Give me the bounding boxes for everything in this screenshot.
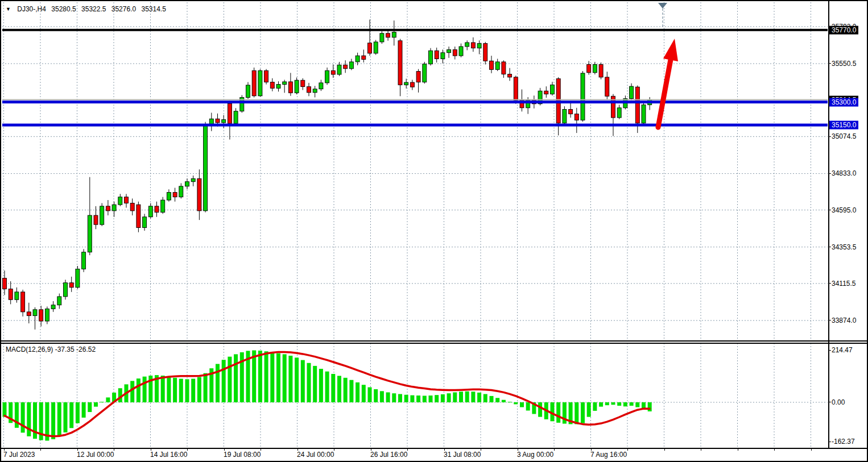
macd-bar [21, 402, 25, 432]
price-axis-separator [828, 1, 829, 448]
candle-body [64, 283, 68, 297]
macd-bar [100, 402, 104, 402]
macd-bar [295, 357, 299, 402]
macd-bar [57, 402, 61, 436]
candle-body [307, 87, 311, 93]
candle-body [112, 205, 116, 211]
candle-body [264, 70, 268, 82]
candle-body [362, 56, 366, 59]
candle-body [204, 125, 208, 211]
macd-bar [447, 393, 451, 402]
candle-body [45, 309, 49, 321]
price-axis-label: 34115.5 [832, 280, 856, 288]
level-lines[interactable] [2, 30, 828, 125]
macd-bar [435, 395, 439, 402]
macd-bar [423, 396, 427, 402]
candle-body [386, 34, 390, 38]
candle-body [605, 77, 609, 96]
macd-bar [283, 354, 287, 402]
candle-body [216, 119, 220, 123]
candle-body [197, 178, 201, 211]
macd-bar [459, 392, 463, 402]
candle-body [185, 182, 189, 186]
macd-bar [617, 402, 621, 406]
time-axis-label: 24 Jul 00:00 [297, 451, 334, 459]
ohlc-close: 35314.5 [142, 5, 166, 13]
candle-body [380, 34, 384, 42]
macd-bar [483, 394, 487, 402]
macd-bar [82, 402, 86, 418]
candle-body [161, 200, 165, 213]
candle-body [495, 62, 499, 69]
macd-bar [301, 360, 305, 402]
macd-bar [392, 393, 396, 402]
candle-body [319, 83, 323, 89]
candle-body [441, 53, 445, 59]
candle-body [337, 65, 341, 74]
candle-body [173, 193, 177, 197]
macd-bar [222, 360, 226, 402]
candle-body [88, 215, 92, 252]
shift-marker-icon [658, 3, 667, 9]
macd-bar [623, 402, 627, 406]
macd-bar [64, 402, 68, 432]
macd-bar [410, 396, 414, 402]
chart-shift-marker[interactable] [658, 3, 667, 27]
candle-body [447, 49, 451, 52]
macd-bar [514, 402, 518, 404]
ohlc-high: 35322.5 [81, 5, 106, 13]
macd-bar [337, 376, 341, 402]
candle-body [587, 64, 591, 72]
candle-body [325, 70, 329, 83]
macd-bar [441, 394, 445, 402]
macd-bar [69, 402, 73, 428]
trend-arrow[interactable] [658, 39, 678, 127]
candle-body [477, 44, 481, 48]
macd-bar [630, 402, 634, 406]
macd-bar [167, 377, 171, 402]
candle-body [94, 215, 98, 224]
macd-bar [76, 402, 80, 423]
candle-body [617, 108, 621, 118]
macd-bar [635, 402, 639, 407]
pane-splitter-line-top[interactable] [1, 340, 867, 342]
candle-body [563, 109, 567, 123]
macd-bar [538, 402, 542, 417]
macd-bar [398, 394, 402, 402]
candle-body [179, 186, 183, 197]
macd-bar [204, 373, 208, 402]
macd-bar [380, 391, 384, 402]
macd-bar [453, 392, 457, 402]
macd-axis-label: 0.00 [832, 398, 845, 406]
chart-title: ▼ DJ30-,H4 35280.5 35322.5 35276.0 35314… [6, 5, 166, 13]
candle-body [15, 292, 19, 299]
candle-body [76, 269, 80, 287]
chart-canvas[interactable] [1, 1, 867, 461]
macd-bar [374, 389, 378, 402]
time-axis-label: 19 Jul 08:00 [224, 451, 261, 459]
macd-bar [313, 366, 317, 402]
macd-bar [27, 402, 31, 436]
macd-bar [331, 374, 335, 402]
candle-body [344, 65, 348, 68]
macd-bar [465, 392, 469, 402]
candle-body [106, 206, 110, 211]
symbol-dropdown-icon[interactable]: ▼ [6, 6, 11, 12]
macd-bar [587, 402, 591, 417]
macd-indicator-label: MACD(12,26,9) -37.35 -26.52 [6, 346, 96, 353]
price-level-badge: 35770.0 [829, 26, 858, 34]
price-axis-label: 34833.0 [832, 169, 856, 177]
candle-body [423, 64, 427, 82]
macd-bar [502, 400, 506, 402]
candle-body [392, 32, 396, 38]
pane-splitter-line-bottom[interactable] [1, 343, 867, 344]
macd-bar [228, 357, 232, 402]
ohlc-low: 35276.0 [111, 5, 136, 13]
candle-body [599, 64, 603, 77]
candle-body [368, 43, 372, 53]
candle-body [118, 197, 122, 205]
candle-body [630, 86, 634, 99]
macd-axis-label: -162.37 [832, 438, 855, 446]
candle-body [3, 278, 7, 289]
macd-bar [581, 402, 585, 423]
